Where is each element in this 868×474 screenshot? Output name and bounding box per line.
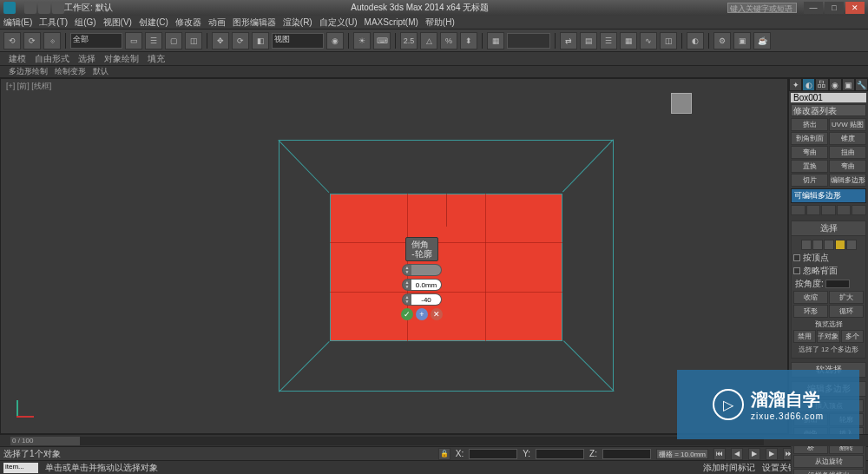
caddy-ok-button[interactable]: ✓ <box>401 308 413 320</box>
menu-tools[interactable]: 工具(T) <box>39 16 68 29</box>
hinge-button[interactable]: 从边旋转 <box>793 455 864 468</box>
mod-btn[interactable]: 锥度 <box>829 132 866 145</box>
remove-mod-icon[interactable] <box>837 205 852 215</box>
pin-stack-icon[interactable] <box>791 205 806 215</box>
loop-button[interactable]: 循环 <box>829 305 864 318</box>
mod-btn[interactable]: 扭曲 <box>829 146 866 159</box>
tool-unlink-icon[interactable]: ⟳ <box>23 32 41 49</box>
show-end-icon[interactable] <box>806 205 821 215</box>
angle-snap-icon[interactable]: △ <box>420 32 437 49</box>
menu-modifier[interactable]: 修改器 <box>175 16 201 29</box>
ribbon-modeling[interactable]: 建模 <box>9 53 26 65</box>
snap-toggle-button[interactable]: 2.5 <box>400 32 418 49</box>
lock-selection-icon[interactable]: 🔒 <box>438 448 450 460</box>
render-icon[interactable]: ☕ <box>753 32 771 49</box>
spinner-arrows-icon[interactable] <box>403 294 411 305</box>
curve-editor-icon[interactable]: ∿ <box>640 32 657 49</box>
ribbon-selection[interactable]: 选择 <box>78 53 95 65</box>
percent-snap-icon[interactable]: % <box>440 32 457 49</box>
ring-button[interactable]: 环形 <box>793 305 828 318</box>
selection-filter-dropdown[interactable]: 全部 <box>70 33 122 49</box>
panel-default[interactable]: 默认 <box>93 66 108 77</box>
ribbon-populate[interactable]: 填充 <box>148 53 165 65</box>
caddy-height-input[interactable] <box>411 280 441 290</box>
preview-sub-button[interactable]: 子对象 <box>817 330 839 343</box>
by-vertex-checkbox[interactable] <box>793 254 800 261</box>
preview-off-button[interactable]: 禁用 <box>793 330 816 343</box>
z-input[interactable] <box>602 449 651 459</box>
menu-script[interactable]: MAXScript(M) <box>365 17 418 27</box>
mod-btn[interactable]: 编辑多边形 <box>829 174 866 187</box>
x-input[interactable] <box>469 449 517 459</box>
so-vertex-icon[interactable] <box>801 240 812 250</box>
menu-view[interactable]: 视图(V) <box>103 16 132 29</box>
play-icon[interactable]: ▶ <box>748 448 760 460</box>
maximize-button[interactable]: □ <box>825 2 844 14</box>
play-prev-icon[interactable]: ◀ <box>731 448 743 460</box>
shrink-button[interactable]: 收缩 <box>793 291 828 304</box>
menu-create[interactable]: 创建(C) <box>139 16 168 29</box>
minimize-button[interactable]: — <box>804 2 823 14</box>
render-setup-icon[interactable]: ⚙ <box>713 32 731 49</box>
tool-scale-icon[interactable]: ◧ <box>252 32 269 49</box>
panel-paintdeform[interactable]: 绘制变形 <box>55 66 86 77</box>
menu-help[interactable]: 帮助(H) <box>425 16 455 29</box>
caddy-height-spinner[interactable] <box>402 279 442 291</box>
config-icon[interactable] <box>852 205 866 215</box>
menu-edit[interactable]: 编辑(E) <box>3 16 32 29</box>
mod-btn[interactable]: 剖角剖面 <box>791 132 828 145</box>
mod-btn[interactable]: 置换 <box>791 160 828 173</box>
stack-item-editable-poly[interactable]: 可编辑多边形 <box>792 189 865 202</box>
play-next-icon[interactable]: ▶ <box>766 448 778 460</box>
mod-btn[interactable]: 挤出 <box>791 118 828 131</box>
ribbon-objpaint[interactable]: 对象绘制 <box>104 53 139 65</box>
menu-render[interactable]: 渲染(R) <box>283 16 312 29</box>
tool-region-icon[interactable]: ▢ <box>165 32 182 49</box>
modifier-list-dropdown[interactable]: 修改器列表 <box>791 104 866 116</box>
tab-utility-icon[interactable]: 🔧 <box>855 78 868 91</box>
so-edge-icon[interactable] <box>812 240 823 250</box>
tool-window-icon[interactable]: ◫ <box>185 32 202 49</box>
menu-custom[interactable]: 自定义(U) <box>319 16 358 29</box>
workspace-label[interactable]: 工作区: 默认 <box>64 2 113 14</box>
mod-btn[interactable]: 切片 <box>791 174 828 187</box>
render-frame-icon[interactable]: ▣ <box>733 32 751 49</box>
spinner-arrows-icon[interactable] <box>403 280 411 290</box>
rollout-header[interactable]: 选择 <box>791 221 866 236</box>
tab-display-icon[interactable]: ▣ <box>842 78 855 91</box>
tool-select-icon[interactable]: ▭ <box>125 32 142 49</box>
panel-polydraw[interactable]: 多边形绘制 <box>9 66 48 77</box>
tool-bind-icon[interactable]: ⟐ <box>43 32 61 49</box>
menu-anim[interactable]: 动画 <box>208 16 226 29</box>
tool-keymode-icon[interactable]: ⌨ <box>373 32 391 49</box>
time-track[interactable] <box>10 437 764 445</box>
caddy-type-input[interactable] <box>411 265 441 275</box>
play-start-icon[interactable]: ⏮ <box>713 448 726 460</box>
spinner-snap-icon[interactable]: ⬍ <box>460 32 477 49</box>
ribbon-freeform[interactable]: 自由形式 <box>35 53 69 65</box>
mod-btn[interactable]: UVW 贴图 <box>829 118 866 131</box>
material-editor-icon[interactable]: ◐ <box>687 32 704 49</box>
script-listener[interactable]: item... <box>3 463 38 473</box>
tab-motion-icon[interactable]: ◉ <box>829 78 842 91</box>
mod-btn[interactable]: 弯曲 <box>791 146 828 159</box>
tab-create-icon[interactable]: ✦ <box>789 78 802 91</box>
viewport-label[interactable]: [+] [前] [线框] <box>6 81 51 92</box>
modifier-stack[interactable]: 可编辑多边形 <box>791 188 866 203</box>
viewcube-icon[interactable] <box>671 93 692 114</box>
y-input[interactable] <box>536 449 584 459</box>
tab-modify-icon[interactable]: ◐ <box>802 78 815 91</box>
menu-graph[interactable]: 图形编辑器 <box>233 16 276 29</box>
ref-coord-dropdown[interactable]: 视图 <box>272 33 324 49</box>
angle-input[interactable] <box>825 280 850 288</box>
so-polygon-icon[interactable] <box>835 240 845 250</box>
tab-hierarchy-icon[interactable]: 品 <box>815 78 828 91</box>
caddy-cancel-button[interactable]: ✕ <box>431 308 443 320</box>
tool-link-icon[interactable]: ⟲ <box>3 32 21 49</box>
object-name-input[interactable]: Box001 <box>791 93 866 102</box>
close-button[interactable]: ✕ <box>845 2 865 14</box>
qat-redo-icon[interactable] <box>38 2 50 14</box>
tool-move-icon[interactable]: ✥ <box>212 32 229 49</box>
caddy-outline-spinner[interactable] <box>402 293 442 306</box>
caddy-type-spinner[interactable] <box>402 264 442 276</box>
